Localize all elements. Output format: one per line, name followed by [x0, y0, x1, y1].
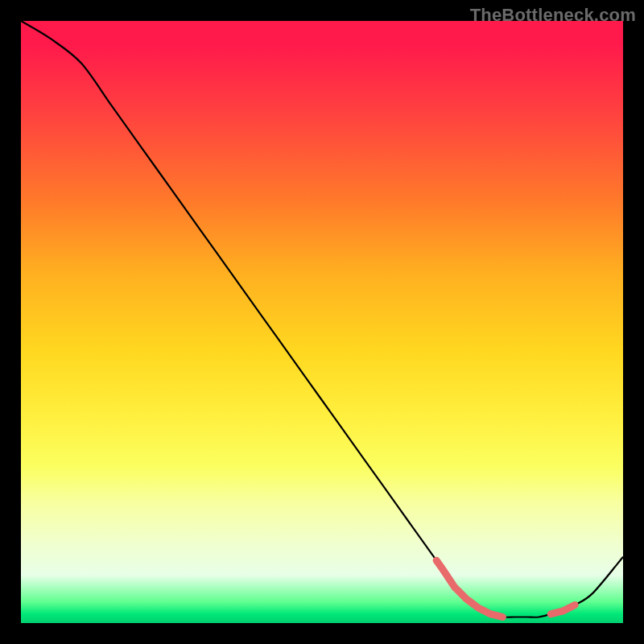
highlight-segment-1	[436, 560, 502, 617]
watermark-text: TheBottleneck.com	[470, 5, 636, 26]
highlight-segment-2	[551, 605, 575, 614]
plot-area	[21, 21, 623, 623]
data-curve	[21, 21, 623, 617]
line-plot	[21, 21, 623, 623]
chart-frame: TheBottleneck.com	[0, 0, 644, 644]
